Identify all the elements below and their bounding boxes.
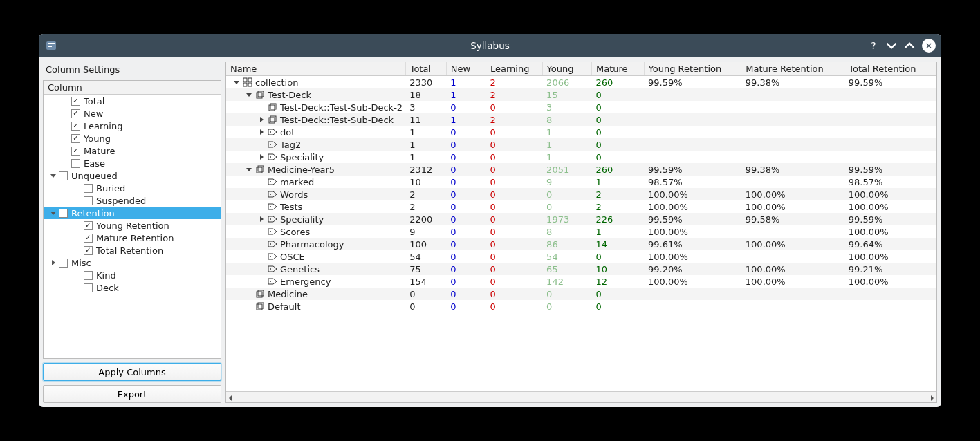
minimize-icon[interactable] [886, 40, 897, 51]
horizontal-scrollbar[interactable] [226, 391, 936, 402]
checkbox[interactable] [71, 97, 80, 106]
checkbox[interactable] [84, 271, 93, 280]
chevron-down-icon[interactable] [246, 91, 252, 98]
window-controls: ? ✕ [868, 39, 936, 53]
export-button[interactable]: Export [43, 385, 221, 403]
table-row[interactable]: Medicine-Year5231200205126099.59%99.38%9… [226, 163, 936, 176]
checkbox[interactable] [59, 209, 68, 218]
checkbox[interactable] [59, 171, 68, 180]
chevron-down-icon[interactable] [246, 166, 252, 173]
svg-rect-8 [258, 91, 264, 97]
col-header-learning[interactable]: Learning [486, 62, 542, 76]
cell-total: 9 [405, 225, 446, 238]
cell-mr [741, 126, 844, 138]
column-item-deck[interactable]: Deck [44, 281, 221, 294]
checkbox[interactable] [71, 147, 80, 156]
chevron-down-icon[interactable] [49, 171, 57, 180]
checkbox[interactable] [84, 221, 93, 230]
chevron-right-icon[interactable] [258, 216, 265, 223]
cell-mr [741, 225, 844, 238]
arrow-spacer [74, 283, 82, 292]
table-row[interactable]: collection233012206626099.59%99.38%99.59… [226, 76, 936, 89]
close-icon[interactable]: ✕ [922, 39, 936, 53]
table-row[interactable]: Tag210010 [226, 138, 936, 151]
cell-mr [741, 101, 844, 113]
column-tree[interactable]: Column TotalNewLearningYoungMatureEaseUn… [43, 80, 221, 359]
data-table-wrap[interactable]: NameTotalNewLearningYoungMatureYoung Ret… [226, 62, 936, 391]
column-item-suspended[interactable]: Suspended [44, 194, 221, 207]
checkbox[interactable] [71, 109, 80, 118]
col-header-new[interactable]: New [446, 62, 486, 76]
table-row[interactable]: Genetics7500651099.20%100.00%99.21% [226, 263, 936, 275]
chevron-right-icon[interactable] [258, 129, 265, 135]
col-header-mature[interactable]: Mature [592, 62, 645, 76]
column-item-learning[interactable]: Learning [44, 120, 221, 132]
col-header-mature-retention[interactable]: Mature Retention [741, 62, 844, 76]
arrow-spacer [62, 97, 70, 105]
col-header-total-retention[interactable]: Total Retention [844, 62, 936, 76]
apply-columns-button[interactable]: Apply Columns [43, 363, 221, 381]
table-row[interactable]: Test-Deck::Test-Sub-Deck111280 [226, 113, 936, 126]
cell-yr: 100.00% [644, 250, 741, 263]
checkbox[interactable] [84, 234, 93, 243]
cell-total: 2200 [405, 213, 446, 225]
chevron-down-icon[interactable] [49, 209, 57, 217]
table-row[interactable]: Emergency1540014212100.00%100.00%100.00% [226, 275, 936, 288]
column-item-buried[interactable]: Buried [44, 182, 221, 194]
column-item-mature-retention[interactable]: Mature Retention [44, 232, 221, 244]
table-header-row[interactable]: NameTotalNewLearningYoungMatureYoung Ret… [226, 62, 936, 76]
column-item-label: Misc [71, 258, 91, 268]
table-row[interactable]: Tests20002100.00%100.00%100.00% [226, 200, 936, 213]
checkbox[interactable] [84, 283, 93, 292]
table-row[interactable]: Pharmacology10000861499.61%100.00%99.64% [226, 238, 936, 250]
column-item-young[interactable]: Young [44, 132, 221, 144]
checkbox[interactable] [71, 159, 80, 168]
column-item-new[interactable]: New [44, 107, 221, 120]
table-row[interactable]: dot10010 [226, 126, 936, 138]
checkbox[interactable] [84, 246, 93, 255]
checkbox[interactable] [84, 184, 93, 193]
table-row[interactable]: Speciality220000197322699.59%99.58%99.59… [226, 213, 936, 225]
cell-young: 1 [542, 126, 591, 138]
tag-icon [268, 177, 277, 187]
table-row[interactable]: Speciality10010 [226, 151, 936, 163]
table-row[interactable]: Test-Deck::Test-Sub-Deck-230030 [226, 101, 936, 113]
column-item-mature[interactable]: Mature [44, 144, 221, 157]
column-item-total[interactable]: Total [44, 95, 221, 107]
scroll-right-icon[interactable] [930, 391, 935, 403]
chevron-right-icon[interactable] [258, 116, 265, 123]
checkbox[interactable] [71, 134, 80, 143]
col-header-young-retention[interactable]: Young Retention [644, 62, 741, 76]
column-item-young-retention[interactable]: Young Retention [44, 219, 221, 232]
table-row[interactable]: Test-Deck1812150 [226, 88, 936, 101]
column-item-total-retention[interactable]: Total Retention [44, 244, 221, 256]
col-header-total[interactable]: Total [405, 62, 446, 76]
cell-mature: 1 [592, 176, 645, 188]
chevron-right-icon[interactable] [49, 259, 57, 267]
table-row[interactable]: Scores90081100.00%100.00% [226, 225, 936, 238]
column-tree-header[interactable]: Column [44, 81, 221, 95]
table-row[interactable]: marked10009198.57%98.57% [226, 176, 936, 188]
table-row[interactable]: Default00000 [226, 300, 936, 312]
column-item-retention[interactable]: Retention [44, 207, 221, 219]
column-item-ease[interactable]: Ease [44, 157, 221, 169]
chevron-right-icon[interactable] [258, 153, 265, 160]
chevron-down-icon[interactable] [233, 79, 240, 86]
cell-total: 1 [405, 126, 446, 138]
table-row[interactable]: Medicine00000 [226, 288, 936, 300]
checkbox[interactable] [71, 122, 80, 131]
table-row[interactable]: Words20002100.00%100.00%100.00% [226, 188, 936, 200]
maximize-icon[interactable] [904, 40, 915, 51]
titlebar[interactable]: Syllabus ? ✕ [39, 34, 941, 57]
column-item-kind[interactable]: Kind [44, 269, 221, 281]
column-item-misc[interactable]: Misc [44, 256, 221, 269]
scroll-left-icon[interactable] [228, 391, 233, 403]
col-header-name[interactable]: Name [226, 62, 405, 76]
checkbox[interactable] [84, 196, 93, 205]
table-row[interactable]: OSCE5400540100.00%100.00% [226, 250, 936, 263]
svg-rect-30 [258, 303, 264, 308]
col-header-young[interactable]: Young [542, 62, 591, 76]
column-item-unqueued[interactable]: Unqueued [44, 169, 221, 182]
checkbox[interactable] [59, 259, 68, 268]
help-icon[interactable]: ? [868, 40, 879, 51]
